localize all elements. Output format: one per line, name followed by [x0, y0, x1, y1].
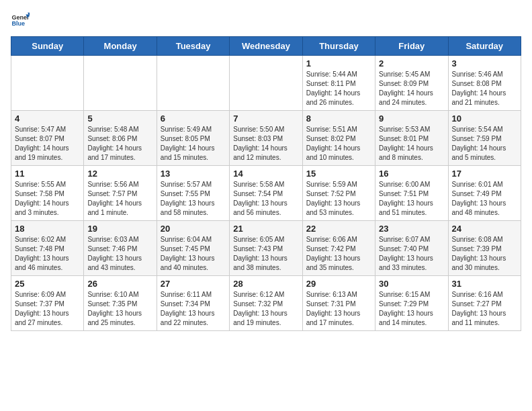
calendar-cell: 23Sunrise: 6:07 AM Sunset: 7:40 PM Dayli… — [375, 221, 448, 276]
calendar-cell: 21Sunrise: 6:05 AM Sunset: 7:43 PM Dayli… — [230, 221, 302, 276]
calendar-cell: 7Sunrise: 5:50 AM Sunset: 8:03 PM Daylig… — [230, 111, 302, 166]
calendar-week-row: 1Sunrise: 5:44 AM Sunset: 8:11 PM Daylig… — [11, 56, 521, 111]
day-number: 10 — [452, 113, 517, 124]
calendar-cell: 5Sunrise: 5:48 AM Sunset: 8:06 PM Daylig… — [84, 111, 157, 166]
day-info: Sunrise: 6:09 AM Sunset: 7:37 PM Dayligh… — [15, 290, 80, 328]
day-info: Sunrise: 6:02 AM Sunset: 7:48 PM Dayligh… — [15, 235, 80, 273]
day-number: 30 — [379, 279, 444, 289]
day-info: Sunrise: 6:00 AM Sunset: 7:51 PM Dayligh… — [379, 180, 444, 218]
calendar-cell: 29Sunrise: 6:13 AM Sunset: 7:31 PM Dayli… — [302, 276, 375, 331]
day-info: Sunrise: 6:04 AM Sunset: 7:45 PM Dayligh… — [161, 235, 226, 273]
day-number: 13 — [161, 169, 226, 179]
day-number: 25 — [15, 279, 80, 289]
calendar-cell: 10Sunrise: 5:54 AM Sunset: 7:59 PM Dayli… — [448, 111, 521, 166]
day-number: 9 — [379, 113, 444, 124]
day-number: 28 — [233, 279, 298, 289]
calendar-table: SundayMondayTuesdayWednesdayThursdayFrid… — [11, 36, 521, 331]
day-info: Sunrise: 6:08 AM Sunset: 7:39 PM Dayligh… — [452, 235, 517, 273]
day-number: 23 — [379, 224, 444, 234]
day-header-sunday: Sunday — [11, 37, 84, 56]
day-info: Sunrise: 5:47 AM Sunset: 8:07 PM Dayligh… — [15, 125, 80, 163]
calendar-cell — [11, 56, 84, 111]
day-info: Sunrise: 5:48 AM Sunset: 8:06 PM Dayligh… — [87, 125, 152, 163]
calendar-header-row: SundayMondayTuesdayWednesdayThursdayFrid… — [11, 37, 521, 56]
calendar-cell: 14Sunrise: 5:58 AM Sunset: 7:54 PM Dayli… — [230, 166, 302, 221]
calendar-week-row: 25Sunrise: 6:09 AM Sunset: 7:37 PM Dayli… — [11, 276, 521, 331]
day-number: 14 — [233, 169, 298, 179]
day-number: 20 — [161, 224, 226, 234]
calendar-cell: 18Sunrise: 6:02 AM Sunset: 7:48 PM Dayli… — [11, 221, 84, 276]
day-number: 15 — [306, 169, 371, 179]
day-number: 18 — [15, 224, 80, 234]
calendar-cell: 28Sunrise: 6:12 AM Sunset: 7:32 PM Dayli… — [230, 276, 302, 331]
day-number: 24 — [452, 224, 517, 234]
day-number: 8 — [306, 113, 371, 124]
calendar-cell: 22Sunrise: 6:06 AM Sunset: 7:42 PM Dayli… — [302, 221, 375, 276]
calendar-cell — [157, 56, 229, 111]
day-info: Sunrise: 6:13 AM Sunset: 7:31 PM Dayligh… — [306, 290, 371, 328]
day-header-wednesday: Wednesday — [230, 37, 302, 56]
day-number: 31 — [452, 279, 517, 289]
calendar-cell: 4Sunrise: 5:47 AM Sunset: 8:07 PM Daylig… — [11, 111, 84, 166]
day-header-friday: Friday — [375, 37, 448, 56]
calendar-cell: 6Sunrise: 5:49 AM Sunset: 8:05 PM Daylig… — [157, 111, 229, 166]
day-header-tuesday: Tuesday — [157, 37, 229, 56]
calendar-cell: 25Sunrise: 6:09 AM Sunset: 7:37 PM Dayli… — [11, 276, 84, 331]
day-number: 19 — [87, 224, 152, 234]
calendar-cell: 16Sunrise: 6:00 AM Sunset: 7:51 PM Dayli… — [375, 166, 448, 221]
calendar-cell: 31Sunrise: 6:16 AM Sunset: 7:27 PM Dayli… — [448, 276, 521, 331]
day-number: 3 — [452, 58, 517, 68]
day-info: Sunrise: 5:55 AM Sunset: 7:58 PM Dayligh… — [15, 180, 80, 218]
day-number: 21 — [233, 224, 298, 234]
day-info: Sunrise: 6:15 AM Sunset: 7:29 PM Dayligh… — [379, 290, 444, 328]
calendar-cell: 12Sunrise: 5:56 AM Sunset: 7:57 PM Dayli… — [84, 166, 157, 221]
day-info: Sunrise: 6:11 AM Sunset: 7:34 PM Dayligh… — [161, 290, 226, 328]
day-number: 4 — [15, 113, 80, 124]
calendar-cell: 1Sunrise: 5:44 AM Sunset: 8:11 PM Daylig… — [302, 56, 375, 111]
calendar-cell: 17Sunrise: 6:01 AM Sunset: 7:49 PM Dayli… — [448, 166, 521, 221]
calendar-cell: 20Sunrise: 6:04 AM Sunset: 7:45 PM Dayli… — [157, 221, 229, 276]
day-header-thursday: Thursday — [302, 37, 375, 56]
day-info: Sunrise: 5:59 AM Sunset: 7:52 PM Dayligh… — [306, 180, 371, 218]
day-info: Sunrise: 5:45 AM Sunset: 8:09 PM Dayligh… — [379, 70, 444, 107]
day-number: 16 — [379, 169, 444, 179]
day-number: 7 — [233, 113, 298, 124]
day-info: Sunrise: 5:58 AM Sunset: 7:54 PM Dayligh… — [233, 180, 298, 218]
day-number: 11 — [15, 169, 80, 179]
day-info: Sunrise: 5:49 AM Sunset: 8:05 PM Dayligh… — [161, 125, 226, 163]
calendar-cell: 3Sunrise: 5:46 AM Sunset: 8:08 PM Daylig… — [448, 56, 521, 111]
calendar-cell: 15Sunrise: 5:59 AM Sunset: 7:52 PM Dayli… — [302, 166, 375, 221]
calendar-cell — [84, 56, 157, 111]
day-info: Sunrise: 5:51 AM Sunset: 8:02 PM Dayligh… — [306, 125, 371, 163]
day-info: Sunrise: 5:46 AM Sunset: 8:08 PM Dayligh… — [452, 70, 517, 107]
day-info: Sunrise: 6:10 AM Sunset: 7:35 PM Dayligh… — [87, 290, 152, 328]
calendar-cell: 24Sunrise: 6:08 AM Sunset: 7:39 PM Dayli… — [448, 221, 521, 276]
calendar-cell: 11Sunrise: 5:55 AM Sunset: 7:58 PM Dayli… — [11, 166, 84, 221]
calendar-week-row: 11Sunrise: 5:55 AM Sunset: 7:58 PM Dayli… — [11, 166, 521, 221]
calendar-cell: 19Sunrise: 6:03 AM Sunset: 7:46 PM Dayli… — [84, 221, 157, 276]
calendar-cell: 9Sunrise: 5:53 AM Sunset: 8:01 PM Daylig… — [375, 111, 448, 166]
day-number: 17 — [452, 169, 517, 179]
calendar-cell: 8Sunrise: 5:51 AM Sunset: 8:02 PM Daylig… — [302, 111, 375, 166]
calendar-week-row: 18Sunrise: 6:02 AM Sunset: 7:48 PM Dayli… — [11, 221, 521, 276]
calendar-cell: 13Sunrise: 5:57 AM Sunset: 7:55 PM Dayli… — [157, 166, 229, 221]
day-info: Sunrise: 5:44 AM Sunset: 8:11 PM Dayligh… — [306, 70, 371, 107]
day-header-monday: Monday — [84, 37, 157, 56]
day-info: Sunrise: 6:07 AM Sunset: 7:40 PM Dayligh… — [379, 235, 444, 273]
day-info: Sunrise: 6:06 AM Sunset: 7:42 PM Dayligh… — [306, 235, 371, 273]
calendar-cell: 27Sunrise: 6:11 AM Sunset: 7:34 PM Dayli… — [157, 276, 229, 331]
calendar-week-row: 4Sunrise: 5:47 AM Sunset: 8:07 PM Daylig… — [11, 111, 521, 166]
day-number: 6 — [161, 113, 226, 124]
calendar-cell: 26Sunrise: 6:10 AM Sunset: 7:35 PM Dayli… — [84, 276, 157, 331]
day-info: Sunrise: 6:16 AM Sunset: 7:27 PM Dayligh… — [452, 290, 517, 328]
calendar-cell — [230, 56, 302, 111]
day-number: 26 — [87, 279, 152, 289]
day-number: 2 — [379, 58, 444, 68]
logo: General Blue — [11, 11, 32, 30]
day-header-saturday: Saturday — [448, 37, 521, 56]
calendar-cell: 30Sunrise: 6:15 AM Sunset: 7:29 PM Dayli… — [375, 276, 448, 331]
day-number: 27 — [161, 279, 226, 289]
day-info: Sunrise: 5:57 AM Sunset: 7:55 PM Dayligh… — [161, 180, 226, 218]
day-number: 22 — [306, 224, 371, 234]
day-info: Sunrise: 6:03 AM Sunset: 7:46 PM Dayligh… — [87, 235, 152, 273]
